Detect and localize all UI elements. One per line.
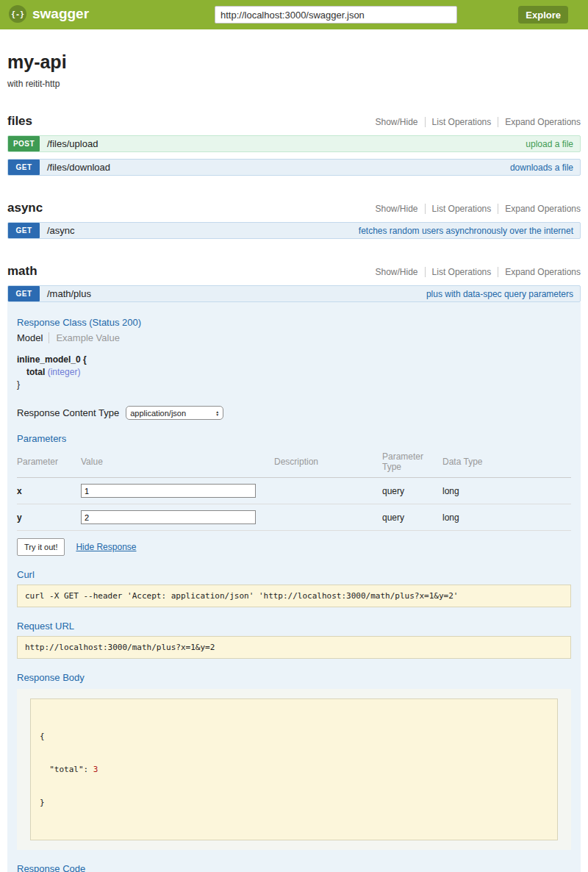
section-math-header: math Show/Hide List Operations Expand Op… — [7, 264, 581, 279]
operation-row-get-math-plus[interactable]: GET /math/plus plus with data-spec query… — [7, 285, 581, 302]
section-async-header: async Show/Hide List Operations Expand O… — [7, 201, 581, 215]
tab-model[interactable]: Model — [17, 332, 43, 343]
method-badge: GET — [8, 286, 40, 301]
model-property-name: total — [26, 367, 45, 377]
col-data-type: Data Type — [442, 448, 571, 478]
operation-path[interactable]: /async — [40, 223, 75, 238]
section-async-title[interactable]: async — [7, 201, 43, 215]
api-title: my-api — [7, 51, 581, 73]
response-class-heading: Response Class (Status 200) — [17, 317, 571, 328]
method-badge: GET — [8, 223, 40, 238]
parameter-row-x: x query long — [17, 478, 571, 504]
parameter-type: query — [382, 504, 442, 531]
response-content-type-row: Response Content Type application/json ▲… — [17, 406, 571, 420]
curl-heading: Curl — [17, 569, 571, 580]
parameter-row-y: y query long — [17, 504, 571, 531]
response-code-heading: Response Code — [17, 863, 571, 872]
try-it-actions: Try it out! Hide Response — [17, 538, 571, 556]
operation-summary[interactable]: upload a file — [526, 136, 580, 151]
list-operations-link[interactable]: List Operations — [425, 117, 492, 127]
section-async: async Show/Hide List Operations Expand O… — [7, 201, 581, 239]
expand-operations-link[interactable]: Expand Operations — [498, 117, 581, 127]
method-badge: GET — [8, 160, 40, 175]
parameters-table: Parameter Value Description Parameter Ty… — [17, 448, 571, 531]
operation-path[interactable]: /math/plus — [40, 286, 91, 301]
operation-summary[interactable]: plus with data-spec query parameters — [426, 286, 580, 301]
operation-row-get-async[interactable]: GET /async fetches random users asynchro… — [7, 222, 581, 239]
list-operations-link[interactable]: List Operations — [425, 267, 492, 277]
swagger-ui-page: {-} swagger Explore my-api with reitit-h… — [0, 0, 588, 872]
col-parameter: Parameter — [17, 448, 81, 478]
try-it-out-button[interactable]: Try it out! — [17, 538, 65, 556]
section-async-controls: Show/Hide List Operations Expand Operati… — [376, 204, 581, 214]
parameter-name: y — [17, 504, 81, 531]
operation-row-get-files-download[interactable]: GET /files/download downloads a file — [7, 159, 581, 176]
operation-detail-panel: Response Class (Status 200) Model Exampl… — [7, 302, 581, 872]
operation-path[interactable]: /files/upload — [40, 136, 98, 151]
model-title: inline_model_0 { — [17, 354, 571, 366]
request-url-value: http://localhost:3000/math/plus?x=1&y=2 — [17, 636, 571, 659]
api-description: with reitit-http — [7, 79, 581, 89]
show-hide-link[interactable]: Show/Hide — [376, 267, 418, 277]
section-files-title[interactable]: files — [7, 114, 32, 129]
operation-row-post-files-upload[interactable]: POST /files/upload upload a file — [7, 135, 581, 152]
parameters-header-row: Parameter Value Description Parameter Ty… — [17, 448, 571, 478]
col-parameter-type: Parameter Type — [382, 448, 442, 478]
swagger-logo-icon: {-} — [9, 5, 26, 23]
select-arrows-icon: ▲▼ — [215, 410, 219, 416]
parameter-type: query — [382, 478, 442, 504]
request-url-heading: Request URL — [17, 621, 571, 632]
json-close-brace: } — [40, 797, 548, 808]
parameter-name: x — [17, 478, 81, 504]
response-body-container: { "total": 3 } — [17, 689, 571, 850]
parameter-description — [274, 478, 382, 504]
brand-title: swagger — [32, 6, 89, 22]
model-signature: inline_model_0 { total (integer) } — [17, 354, 571, 391]
curl-command: curl -X GET --header 'Accept: applicatio… — [17, 585, 571, 607]
section-math-title[interactable]: math — [7, 264, 37, 279]
swagger-logo-glyph: {-} — [11, 10, 24, 18]
json-key: "total": — [40, 765, 93, 774]
section-files-controls: Show/Hide List Operations Expand Operati… — [376, 117, 581, 127]
operation-path[interactable]: /files/download — [40, 160, 110, 175]
operation-summary[interactable]: fetches random users asynchronously over… — [359, 223, 580, 238]
parameters-heading: Parameters — [17, 433, 571, 444]
response-body-heading: Response Body — [17, 672, 571, 683]
section-files: files Show/Hide List Operations Expand O… — [7, 114, 581, 176]
parameter-x-input[interactable] — [81, 484, 256, 498]
tab-example-value[interactable]: Example Value — [49, 332, 119, 343]
model-property-type: (integer) — [48, 367, 81, 377]
brand[interactable]: {-} swagger — [9, 5, 89, 23]
show-hide-link[interactable]: Show/Hide — [376, 117, 418, 127]
response-body-json: { "total": 3 } — [30, 698, 558, 840]
spec-url-input[interactable] — [215, 6, 457, 24]
show-hide-link[interactable]: Show/Hide — [376, 204, 418, 214]
parameter-y-input[interactable] — [81, 510, 256, 524]
model-property: total (integer) — [26, 366, 571, 379]
parameter-data-type: long — [442, 478, 571, 504]
col-description: Description — [274, 448, 382, 478]
model-close-brace: } — [17, 379, 571, 391]
col-value: Value — [81, 448, 274, 478]
model-tabs: Model Example Value — [17, 332, 571, 343]
main-content: my-api with reitit-http files Show/Hide … — [0, 51, 588, 872]
expand-operations-link[interactable]: Expand Operations — [498, 204, 581, 214]
response-content-type-value: application/json — [130, 409, 186, 418]
list-operations-link[interactable]: List Operations — [425, 204, 492, 214]
parameter-data-type: long — [442, 504, 571, 531]
section-files-header: files Show/Hide List Operations Expand O… — [7, 114, 581, 129]
json-total-line: "total": 3 — [40, 764, 548, 775]
json-open-brace: { — [40, 731, 548, 742]
response-content-type-select[interactable]: application/json ▲▼ — [126, 406, 223, 420]
top-bar: {-} swagger Explore — [0, 0, 588, 29]
section-math: math Show/Hide List Operations Expand Op… — [7, 264, 581, 872]
expand-operations-link[interactable]: Expand Operations — [498, 267, 581, 277]
method-badge: POST — [8, 136, 40, 151]
hide-response-link[interactable]: Hide Response — [76, 542, 136, 552]
parameter-description — [274, 504, 382, 531]
explore-button[interactable]: Explore — [518, 6, 568, 24]
response-content-type-label: Response Content Type — [17, 407, 119, 418]
section-math-controls: Show/Hide List Operations Expand Operati… — [376, 267, 581, 277]
operation-summary[interactable]: downloads a file — [510, 160, 580, 175]
json-value: 3 — [93, 765, 98, 774]
